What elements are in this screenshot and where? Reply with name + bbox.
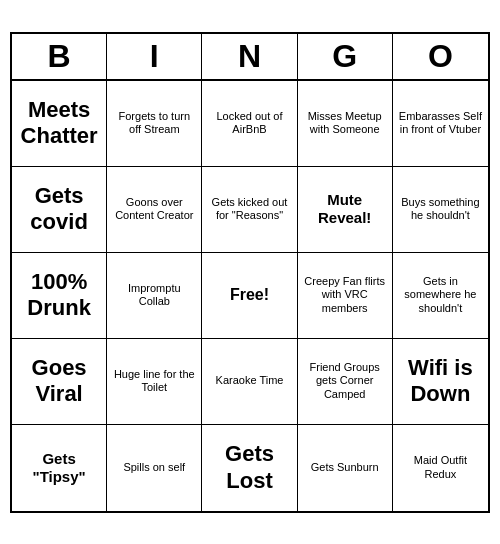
cell-text: Gets in somewhere he shouldn't <box>397 275 484 315</box>
bingo-cell: Huge line for the Toilet <box>107 339 202 425</box>
cell-text: 100% Drunk <box>16 269 102 322</box>
bingo-cell: Gets Lost <box>202 425 297 511</box>
cell-text: Huge line for the Toilet <box>111 368 197 394</box>
bingo-cell: Gets in somewhere he shouldn't <box>393 253 488 339</box>
cell-text: Impromptu Collab <box>111 282 197 308</box>
cell-text: Wifi is Down <box>397 355 484 408</box>
bingo-cell: Maid Outfit Redux <box>393 425 488 511</box>
header-letter: G <box>298 34 393 79</box>
header-letter: I <box>107 34 202 79</box>
bingo-cell: Misses Meetup with Someone <box>298 81 393 167</box>
bingo-cell: Spills on self <box>107 425 202 511</box>
bingo-cell: Gets covid <box>12 167 107 253</box>
cell-text: Karaoke Time <box>216 374 284 387</box>
bingo-cell: Friend Groups gets Corner Camped <box>298 339 393 425</box>
bingo-cell: Impromptu Collab <box>107 253 202 339</box>
bingo-header: BINGO <box>12 34 488 81</box>
cell-text: Maid Outfit Redux <box>397 454 484 480</box>
cell-text: Goons over Content Creator <box>111 196 197 222</box>
cell-text: Embarasses Self in front of Vtuber <box>397 110 484 136</box>
bingo-cell: Forgets to turn off Stream <box>107 81 202 167</box>
cell-text: Gets "Tipsy" <box>16 450 102 486</box>
cell-text: Spills on self <box>123 461 185 474</box>
bingo-card: BINGO Meets ChatterForgets to turn off S… <box>10 32 490 513</box>
bingo-cell: Gets kicked out for "Reasons" <box>202 167 297 253</box>
bingo-cell: Goes Viral <box>12 339 107 425</box>
cell-text: Buys something he shouldn't <box>397 196 484 222</box>
bingo-cell: Karaoke Time <box>202 339 297 425</box>
cell-text: Meets Chatter <box>16 97 102 150</box>
bingo-cell: Creepy Fan flirts with VRC members <box>298 253 393 339</box>
cell-text: Goes Viral <box>16 355 102 408</box>
header-letter: N <box>202 34 297 79</box>
bingo-cell: Locked out of AirBnB <box>202 81 297 167</box>
cell-text: Friend Groups gets Corner Camped <box>302 361 388 401</box>
bingo-cell: Wifi is Down <box>393 339 488 425</box>
bingo-cell: 100% Drunk <box>12 253 107 339</box>
header-letter: O <box>393 34 488 79</box>
bingo-cell: Meets Chatter <box>12 81 107 167</box>
bingo-cell: Goons over Content Creator <box>107 167 202 253</box>
bingo-grid: Meets ChatterForgets to turn off StreamL… <box>12 81 488 511</box>
cell-text: Locked out of AirBnB <box>206 110 292 136</box>
bingo-cell: Gets Sunburn <box>298 425 393 511</box>
cell-text: Gets Sunburn <box>311 461 379 474</box>
cell-text: Forgets to turn off Stream <box>111 110 197 136</box>
cell-text: Gets Lost <box>206 441 292 494</box>
bingo-cell: Free! <box>202 253 297 339</box>
cell-text: Gets kicked out for "Reasons" <box>206 196 292 222</box>
bingo-cell: Mute Reveal! <box>298 167 393 253</box>
cell-text: Gets covid <box>16 183 102 236</box>
header-letter: B <box>12 34 107 79</box>
cell-text: Mute Reveal! <box>302 191 388 227</box>
cell-text: Misses Meetup with Someone <box>302 110 388 136</box>
bingo-cell: Buys something he shouldn't <box>393 167 488 253</box>
bingo-cell: Gets "Tipsy" <box>12 425 107 511</box>
bingo-cell: Embarasses Self in front of Vtuber <box>393 81 488 167</box>
cell-text: Creepy Fan flirts with VRC members <box>302 275 388 315</box>
cell-text: Free! <box>230 285 269 304</box>
